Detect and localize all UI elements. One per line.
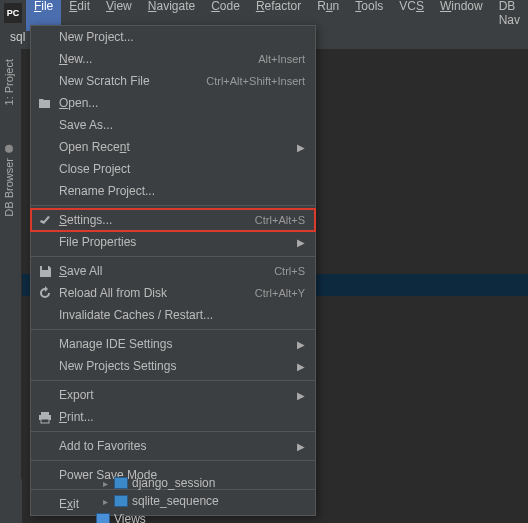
menubar: PC FileEditViewNavigateCodeRefactorRunTo… (0, 0, 528, 25)
blank-icon (37, 117, 53, 133)
file-menu-save-as[interactable]: Save As... (31, 114, 315, 136)
shortcut-label: Ctrl+Alt+Shift+Insert (206, 75, 305, 87)
menu-item-label: New Projects Settings (59, 359, 291, 373)
menu-separator (31, 460, 315, 461)
file-menu-close-project[interactable]: Close Project (31, 158, 315, 180)
tree-item-views[interactable]: Views (82, 510, 219, 523)
menu-item-label: Export (59, 388, 291, 402)
view-table-icon (96, 513, 110, 523)
menu-item-label: Add to Favorites (59, 439, 291, 453)
print-icon (37, 409, 53, 425)
file-menu-rename-project[interactable]: Rename Project... (31, 180, 315, 202)
blank-icon (37, 139, 53, 155)
menu-tools[interactable]: Tools (347, 0, 391, 31)
menu-item-label: Manage IDE Settings (59, 337, 291, 351)
file-menu-settings[interactable]: Settings...Ctrl+Alt+S (31, 209, 315, 231)
open-icon (37, 95, 53, 111)
tree-item-sqlite-sequence[interactable]: ▸sqlite_sequence (100, 492, 219, 510)
blank-icon (37, 467, 53, 483)
tree-expand-icon[interactable]: ▸ (100, 478, 110, 489)
submenu-arrow-icon: ▶ (297, 361, 305, 372)
file-menu-new[interactable]: New...Alt+Insert (31, 48, 315, 70)
shortcut-label: Ctrl+Alt+S (255, 214, 305, 226)
file-menu-new-scratch-file[interactable]: New Scratch FileCtrl+Alt+Shift+Insert (31, 70, 315, 92)
menu-item-label: Reload All from Disk (59, 286, 255, 300)
menu-item-label: New... (59, 52, 258, 66)
menu-item-label: Open... (59, 96, 305, 110)
shortcut-label: Ctrl+Alt+Y (255, 287, 305, 299)
menu-separator (31, 431, 315, 432)
blank-icon (37, 73, 53, 89)
submenu-arrow-icon: ▶ (297, 390, 305, 401)
blank-icon (37, 336, 53, 352)
db-table-icon (114, 495, 128, 507)
reload-icon (37, 285, 53, 301)
submenu-arrow-icon: ▶ (297, 142, 305, 153)
blank-icon (37, 29, 53, 45)
file-menu-new-project[interactable]: New Project... (31, 26, 315, 48)
blank-icon (37, 438, 53, 454)
blank-icon (37, 234, 53, 250)
file-menu-reload-all-from-disk[interactable]: Reload All from DiskCtrl+Alt+Y (31, 282, 315, 304)
menu-separator (31, 205, 315, 206)
menu-item-label: Settings... (59, 213, 255, 227)
blank-icon (37, 358, 53, 374)
menu-item-label: Save All (59, 264, 274, 278)
menu-window[interactable]: Window (432, 0, 491, 31)
file-menu-manage-ide-settings[interactable]: Manage IDE Settings▶ (31, 333, 315, 355)
submenu-arrow-icon: ▶ (297, 441, 305, 452)
menu-db-nav[interactable]: DB Nav (491, 0, 528, 31)
blank-icon (37, 496, 53, 512)
side-tab-project[interactable]: 1: Project (0, 49, 18, 115)
db-browser-icon (5, 145, 13, 153)
file-menu-new-projects-settings[interactable]: New Projects Settings▶ (31, 355, 315, 377)
shortcut-label: Alt+Insert (258, 53, 305, 65)
file-menu-save-all[interactable]: Save AllCtrl+S (31, 260, 315, 282)
menu-separator (31, 329, 315, 330)
menu-separator (31, 256, 315, 257)
tree-item-django-session[interactable]: ▸django_session (100, 474, 219, 492)
file-menu-file-properties[interactable]: File Properties▶ (31, 231, 315, 253)
menu-item-label: Close Project (59, 162, 305, 176)
tree-item-label: Views (114, 512, 146, 523)
file-menu-export[interactable]: Export▶ (31, 384, 315, 406)
menu-item-label: Save As... (59, 118, 305, 132)
blank-icon (37, 183, 53, 199)
menu-separator (31, 380, 315, 381)
tree-expand-icon[interactable]: ▸ (100, 496, 110, 507)
menu-vcs[interactable]: VCS (391, 0, 432, 31)
blank-icon (37, 307, 53, 323)
db-table-icon (114, 477, 128, 489)
blank-icon (37, 161, 53, 177)
menu-item-label: New Scratch File (59, 74, 206, 88)
file-menu-open-recent[interactable]: Open Recent▶ (31, 136, 315, 158)
shortcut-label: Ctrl+S (274, 265, 305, 277)
menu-item-label: Invalidate Caches / Restart... (59, 308, 305, 322)
menu-item-label: Print... (59, 410, 305, 424)
submenu-arrow-icon: ▶ (297, 339, 305, 350)
tree-item-label: sqlite_sequence (132, 494, 219, 508)
menu-item-label: Open Recent (59, 140, 291, 154)
side-tool-tabs: 1: Project DB Browser (0, 49, 22, 479)
svg-rect-0 (41, 412, 49, 415)
tree-item-label: django_session (132, 476, 215, 490)
menu-item-label: Rename Project... (59, 184, 305, 198)
side-tab-db-browser[interactable]: DB Browser (0, 135, 18, 227)
file-menu-dropdown: New Project...New...Alt+InsertNew Scratc… (30, 25, 316, 516)
toolbar-breadcrumb: sql (10, 30, 25, 44)
save-icon (37, 263, 53, 279)
menu-item-label: File Properties (59, 235, 291, 249)
submenu-arrow-icon: ▶ (297, 237, 305, 248)
file-menu-open[interactable]: Open... (31, 92, 315, 114)
file-menu-print[interactable]: Print... (31, 406, 315, 428)
menu-item-label: New Project... (59, 30, 305, 44)
file-menu-add-to-favorites[interactable]: Add to Favorites▶ (31, 435, 315, 457)
project-tree: ▸django_session▸sqlite_sequenceViews (100, 474, 219, 523)
blank-icon (37, 51, 53, 67)
file-menu-invalidate-caches-restart[interactable]: Invalidate Caches / Restart... (31, 304, 315, 326)
ide-logo: PC (4, 3, 22, 23)
blank-icon (37, 387, 53, 403)
settings-icon (37, 212, 53, 228)
svg-rect-2 (41, 419, 49, 423)
